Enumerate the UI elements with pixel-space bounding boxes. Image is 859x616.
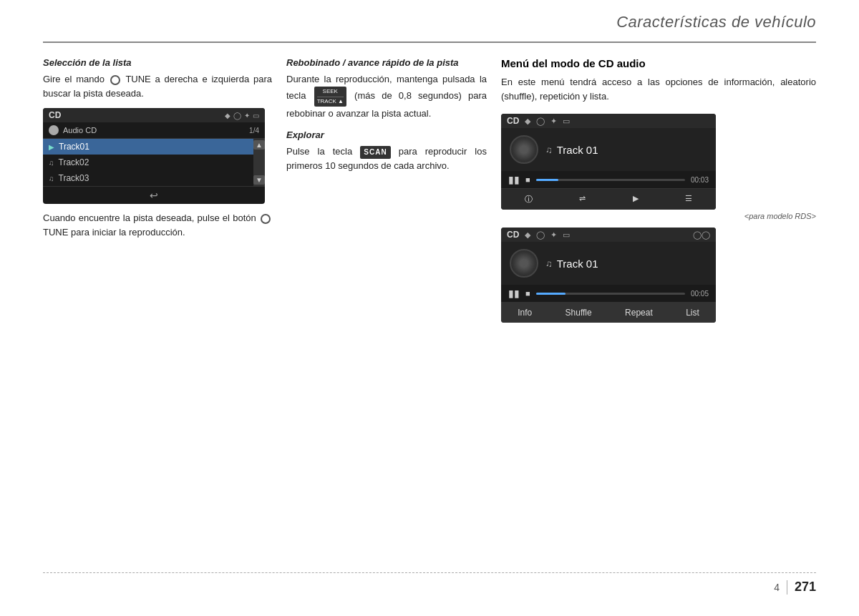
cd-track-list: ▶ Track01 ♫ Track02 ♫ Track03 — [43, 139, 253, 186]
stop-btn-1[interactable]: ■ — [525, 175, 530, 184]
cd-disc-2 — [510, 249, 538, 278]
cd-label-pb2: CD — [507, 230, 519, 240]
pb-time-2: 00:05 — [691, 290, 709, 298]
progress-bar-2 — [536, 293, 685, 295]
col2-section1-body: Durante la reproducción, mantenga pulsad… — [286, 72, 487, 121]
cd-pb-menu-2: Info Shuffle Repeat List — [501, 302, 716, 323]
repeat-icon-btn-1[interactable]: ▶ — [627, 192, 644, 206]
cd-pb-header-2: CD ◆ ◯ ✦ ▭ ◯◯ — [501, 228, 716, 242]
battery-icon-pb1: ▭ — [563, 117, 570, 126]
cd-disc-small-icon — [49, 125, 59, 135]
cd-track-name-1: Track 01 — [557, 144, 598, 156]
info-icon-btn-1[interactable]: ⓘ — [519, 192, 538, 206]
cd-pb-body-1: ♫ Track 01 — [501, 128, 716, 171]
cd-track-row: ▶ Track01 ♫ Track02 ♫ Track03 ▲ ▼ — [43, 139, 265, 186]
music-note-1: ♫ — [545, 145, 553, 155]
column-2: Rebobinado / avance rápido de la pista D… — [286, 57, 487, 559]
pause-btn-2[interactable]: ▮▮ — [508, 288, 520, 299]
scroll-up-arrow[interactable]: ▲ — [253, 140, 265, 150]
tune-icon-2 — [261, 214, 271, 224]
cd-list-screen: CD ◆ ◯ ✦ ▭ Audio CD 1/4 ▶ Track01 — [43, 108, 265, 204]
cd-label-1: CD — [49, 110, 61, 120]
cd-disc-center-1 — [521, 147, 527, 152]
cd-playback-screen-2: CD ◆ ◯ ✦ ▭ ◯◯ ♫ Track 01 ▮▮ ■ — [501, 228, 716, 323]
repeat-text-btn[interactable]: Repeat — [619, 306, 659, 319]
cd-audio-label-text: Audio CD — [63, 126, 97, 135]
usb-icon-pb2: ✦ — [550, 230, 557, 240]
footer-divider — [43, 572, 816, 573]
info-text-btn[interactable]: Info — [512, 306, 538, 319]
scan-badge: SCAN — [360, 146, 390, 159]
track1-name: Track01 — [59, 142, 248, 152]
bt-icon-pb1: ◆ — [525, 117, 530, 126]
cd-audio-row: Audio CD 1/4 — [43, 122, 265, 139]
list-text-btn[interactable]: List — [680, 306, 705, 319]
cd-track-name-2: Track 01 — [557, 258, 598, 270]
column-3: Menú del modo de CD audio En este menú t… — [501, 57, 816, 559]
cd-pb-body-2: ♫ Track 01 — [501, 242, 716, 285]
column-1: Selección de la lista Gire el mando TUNE… — [43, 57, 272, 559]
scroll-down-arrow[interactable]: ▼ — [253, 175, 265, 185]
col2-text3: Pulse la tecla — [286, 146, 352, 157]
cd-disc-center-2 — [521, 260, 527, 266]
cd-track-title-2: ♫ Track 01 — [545, 258, 598, 270]
cd-playback-screen-1: CD ◆ ◯ ✦ ▭ ♫ Track 01 ▮▮ ■ — [501, 114, 716, 210]
track2-name: Track02 — [59, 157, 248, 167]
play-icon: ▶ — [49, 143, 54, 151]
col1-section1-title: Selección de la lista — [43, 57, 272, 68]
music-icon-2: ♫ — [49, 159, 54, 167]
seek-track-badge: SEEK TRACK ▲ — [314, 87, 346, 107]
col1-text1: Gire el mando — [43, 74, 105, 84]
cd-header-icons: ◆ ◯ ✦ ▭ — [225, 112, 259, 119]
stop-btn-2[interactable]: ■ — [525, 289, 530, 298]
bt-icon-pb2: ◆ — [525, 230, 530, 240]
col1-text4: TUNE para iniciar la reproducción. — [43, 227, 185, 238]
footer-page-divider — [787, 580, 787, 595]
usb-icon: ✦ — [244, 112, 250, 119]
progress-fill-2 — [536, 293, 566, 295]
col3-section1-title: Menú del modo de CD audio — [501, 57, 816, 69]
progress-bar-1 — [536, 179, 685, 181]
col1-section1-body: Gire el mando TUNE a derecha e izquierda… — [43, 72, 272, 101]
usb-icon-pb1: ✦ — [550, 117, 557, 126]
music-note-2: ♫ — [545, 258, 553, 269]
cd-scrollbar: ▲ ▼ — [253, 139, 265, 186]
header-title: Características de vehículo — [616, 13, 816, 31]
cd-page-info: 1/4 — [249, 127, 259, 135]
page-header: Características de vehículo — [616, 13, 816, 31]
col2-section2-body: Pulse la tecla SCAN para reproducir los … — [286, 145, 487, 173]
cd-extra-icon: ◯◯ — [693, 230, 710, 240]
footer-chapter: 4 — [774, 582, 780, 593]
cd-pb-controls-2: ▮▮ ■ 00:05 — [501, 285, 716, 302]
header-divider — [43, 41, 816, 43]
shuffle-text-btn[interactable]: Shuffle — [560, 306, 598, 319]
pause-btn-1[interactable]: ▮▮ — [508, 174, 520, 185]
battery-icon: ▭ — [253, 112, 259, 119]
cd-disc-1 — [510, 135, 538, 164]
cd-screen-header: CD ◆ ◯ ✦ ▭ — [43, 108, 265, 122]
back-icon: ↩ — [150, 190, 158, 201]
bluetooth-icon: ◆ — [225, 112, 230, 119]
cd-track-item-1: ▶ Track01 — [43, 139, 253, 155]
col3-section1-body: En este menú tendrá acceso a las opcione… — [501, 75, 816, 104]
circle-icon: ◯ — [233, 112, 241, 119]
list-icon-btn-1[interactable]: ☰ — [679, 192, 698, 206]
footer-page: 4 271 — [774, 580, 816, 595]
col2-section2-title: Explorar — [286, 129, 487, 140]
seek-label-bottom: TRACK ▲ — [317, 97, 344, 106]
shuffle-icon-btn-1[interactable]: ⇌ — [573, 192, 591, 206]
circle-icon-pb2: ◯ — [536, 230, 545, 240]
cd-pb-menu-1: ⓘ ⇌ ▶ ☰ — [501, 188, 716, 210]
col2-section1-title: Rebobinado / avance rápido de la pista — [286, 57, 487, 68]
main-content: Selección de la lista Gire el mando TUNE… — [43, 57, 816, 559]
cd-track-title-1: ♫ Track 01 — [545, 144, 598, 156]
pb-time-1: 00:03 — [691, 176, 709, 184]
para-model-text: <para modelo RDS> — [501, 212, 816, 220]
tune-icon-1 — [110, 75, 120, 85]
cd-label-pb1: CD — [507, 116, 519, 126]
cd-track-item-3: ♫ Track03 — [43, 170, 253, 186]
music-icon-3: ♫ — [49, 175, 54, 182]
cd-pb-header-1: CD ◆ ◯ ✦ ▭ — [501, 114, 716, 128]
cd-track-item-2: ♫ Track02 — [43, 155, 253, 170]
cd-back-btn[interactable]: ↩ — [43, 186, 265, 204]
